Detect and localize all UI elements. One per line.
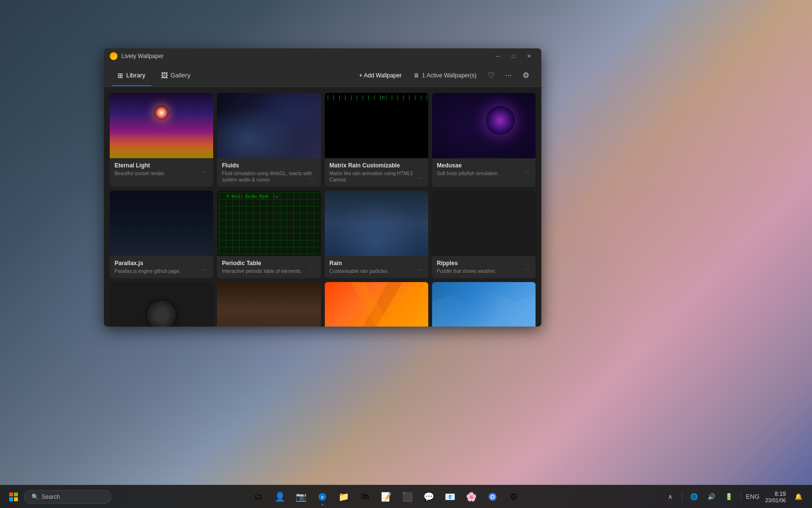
active-wallpapers-button[interactable]: 🖥 1 Active Wallpaper(s): [408, 70, 481, 81]
taskbar-settings-gear[interactable]: ⚙: [504, 487, 523, 507]
app-icon: [110, 52, 117, 60]
taskbar-folder[interactable]: 📁: [334, 487, 353, 507]
taskbar-left: 🔍 Search: [0, 487, 115, 507]
wallpaper-card-waves[interactable]: Waves Three.js wave simulation. ···: [432, 282, 536, 327]
active-wallpapers-label: 1 Active Wallpaper(s): [422, 72, 477, 79]
wallpaper-thumbnail-ripples: [432, 191, 536, 256]
card-info-ripples: Ripples Puddle that shows weather. ···: [432, 256, 536, 278]
add-wallpaper-button[interactable]: + Add Wallpaper: [354, 70, 406, 81]
close-button[interactable]: ✕: [522, 51, 536, 61]
svg-rect-1: [14, 493, 18, 496]
card-desc-matrix-rain: Matrix like rain animation using HTML5 C…: [330, 170, 423, 183]
card-title-rain: Rain: [330, 260, 423, 267]
card-menu-btn-parallaxjs[interactable]: ···: [199, 265, 210, 274]
wallpaper-card-triangles-light[interactable]: Triangles & Light Triangle pattern gener…: [325, 282, 428, 327]
svg-text:e: e: [321, 494, 324, 500]
wallpaper-card-matrix-rain[interactable]: Matrix Rain Customizable Matrix like rai…: [325, 93, 428, 187]
wallpaper-card-the-hill[interactable]: The Hill Shader generated hill. ···: [217, 282, 320, 327]
wallpaper-card-fluids[interactable]: Fluids Fluid simulation using WebGL, rea…: [217, 93, 320, 187]
wallpaper-card-medusae[interactable]: Medusae Soft body jellyfish simulation. …: [432, 93, 536, 187]
tray-volume[interactable]: 🔊: [704, 489, 719, 505]
wallpaper-thumbnail-rain: [325, 191, 428, 256]
wallpaper-card-parallaxjs[interactable]: Parallax.js Parallax.js engine github pa…: [110, 191, 213, 278]
wallpaper-grid: Eternal Light Beautiful sunset render. ·…: [110, 93, 536, 327]
taskbar-center: 🗂 👤 📷 e 📁 🛍 📝 ⬛ 💬 📧 🌸 ⚙: [115, 487, 657, 507]
card-menu-btn-rain[interactable]: ···: [414, 265, 425, 274]
card-title-eternal-light: Eternal Light: [115, 162, 208, 169]
taskbar-people[interactable]: 👤: [270, 487, 290, 507]
card-info-eternal-light: Eternal Light Beautiful sunset render. ·…: [110, 158, 213, 180]
notification-button[interactable]: 🔔: [791, 489, 806, 505]
taskbar: 🔍 Search 🗂 👤 📷 e 📁 🛍 📝 ⬛ 💬 📧 🌸 ⚙: [0, 485, 812, 508]
wallpaper-thumbnail-medusae: [432, 93, 536, 158]
taskbar-store[interactable]: 🛍: [355, 487, 375, 507]
card-title-parallaxjs: Parallax.js: [115, 260, 208, 267]
taskbar-outlook[interactable]: 📧: [440, 487, 460, 507]
title-bar: Lively Wallpaper ─ □ ✕: [104, 48, 541, 64]
header-actions: + Add Wallpaper 🖥 1 Active Wallpaper(s) …: [354, 68, 534, 83]
wallpaper-thumbnail-waves: [432, 282, 536, 327]
taskbar-lively[interactable]: 🌸: [462, 487, 481, 507]
taskbar-terminal[interactable]: ⬛: [398, 487, 417, 507]
card-desc-periodic-table: Interactive periodic table of elements.: [222, 268, 316, 274]
add-wallpaper-label: + Add Wallpaper: [359, 72, 402, 79]
card-desc-rain: Customisable rain particles.: [330, 268, 423, 274]
wallpaper-thumbnail-triangles-light: [325, 282, 428, 327]
taskbar-file-explorer[interactable]: 🗂: [249, 487, 268, 507]
more-options-button[interactable]: ···: [501, 68, 516, 83]
taskbar-edge[interactable]: e: [313, 487, 332, 507]
card-info-parallaxjs: Parallax.js Parallax.js engine github pa…: [110, 256, 213, 278]
minimize-button[interactable]: ─: [491, 51, 505, 61]
windows-icon: [9, 493, 18, 501]
card-desc-medusae: Soft body jellyfish simulation.: [437, 170, 531, 177]
taskbar-chrome[interactable]: [483, 487, 502, 507]
system-tray: ∧ 🌐 🔊 🔋 ENG: [663, 489, 760, 505]
settings-button[interactable]: ⚙: [518, 68, 534, 83]
wallpaper-card-eternal-light[interactable]: Eternal Light Beautiful sunset render. ·…: [110, 93, 213, 187]
tab-gallery[interactable]: 🖼 Gallery: [155, 69, 196, 82]
card-menu-btn-periodic-table[interactable]: ···: [306, 265, 318, 274]
card-info-medusae: Medusae Soft body jellyfish simulation. …: [432, 158, 536, 180]
svg-rect-0: [9, 493, 13, 496]
library-label: Library: [126, 72, 145, 79]
card-info-fluids: Fluids Fluid simulation using WebGL, rea…: [217, 158, 320, 187]
taskbar-teams[interactable]: 💬: [419, 487, 438, 507]
card-title-matrix-rain: Matrix Rain Customizable: [330, 162, 423, 169]
monitor-icon: 🖥: [413, 72, 419, 79]
card-menu-btn-matrix-rain[interactable]: ···: [414, 173, 425, 183]
language-indicator[interactable]: ENG: [745, 489, 760, 505]
library-icon: ⊞: [117, 72, 123, 79]
app-window: Lively Wallpaper ─ □ ✕ ⊞ Library 🖼 Galle…: [104, 48, 541, 327]
tray-overflow[interactable]: ∧: [663, 489, 678, 505]
title-bar-text: Lively Wallpaper: [121, 53, 491, 60]
header-nav: ⊞ Library 🖼 Gallery + Add Wallpaper 🖥 1 …: [104, 64, 541, 87]
wallpaper-thumbnail-parallaxjs: [110, 191, 213, 256]
card-menu-btn-eternal-light[interactable]: ···: [199, 167, 210, 177]
taskbar-clock[interactable]: 8:19 23/01/06: [762, 489, 789, 505]
taskbar-right: ∧ 🌐 🔊 🔋 ENG 8:19 23/01/06 🔔: [657, 489, 812, 505]
search-button[interactable]: 🔍 Search: [24, 490, 111, 504]
card-menu-btn-ripples[interactable]: ···: [521, 265, 533, 274]
wallpaper-thumbnail-the-hill: [217, 282, 320, 327]
clock-time: 8:19: [765, 491, 786, 497]
tray-battery[interactable]: 🔋: [721, 489, 737, 505]
wallpaper-card-simple-system[interactable]: Simple System Lively hardware API showca…: [110, 282, 213, 327]
card-menu-btn-medusae[interactable]: ···: [521, 167, 533, 177]
gallery-icon: 🖼: [161, 72, 168, 79]
wallpaper-card-rain[interactable]: Rain Customisable rain particles. ···: [325, 191, 428, 278]
card-menu-btn-fluids[interactable]: ···: [306, 173, 318, 183]
wallpaper-card-periodic-table[interactable]: Periodic Table Interactive periodic tabl…: [217, 191, 320, 278]
favorite-button[interactable]: ♡: [483, 68, 499, 83]
tab-library[interactable]: ⊞ Library: [112, 69, 151, 82]
wallpaper-thumbnail-periodic-table: [217, 191, 320, 256]
tray-network[interactable]: 🌐: [686, 489, 702, 505]
taskbar-camera[interactable]: 📷: [291, 487, 311, 507]
maximize-button[interactable]: □: [507, 51, 520, 61]
start-button[interactable]: [4, 487, 23, 507]
taskbar-notepad[interactable]: 📝: [377, 487, 396, 507]
wallpaper-card-ripples[interactable]: Ripples Puddle that shows weather. ···: [432, 191, 536, 278]
svg-point-8: [491, 495, 493, 498]
card-desc-ripples: Puddle that shows weather.: [437, 268, 531, 274]
edge-icon: e: [318, 493, 327, 501]
card-title-medusae: Medusae: [437, 162, 531, 169]
